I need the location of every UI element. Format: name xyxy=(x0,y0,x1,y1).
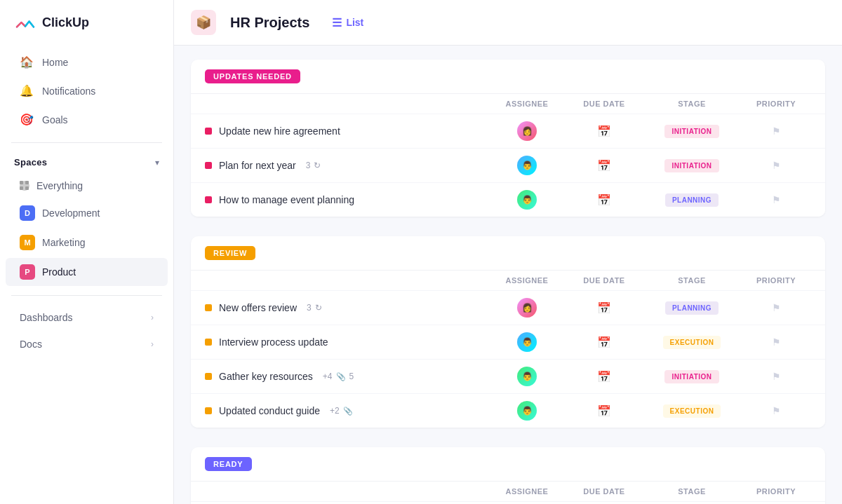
sidebar-item-docs[interactable]: Docs › xyxy=(6,332,168,357)
sidebar-item-everything[interactable]: Everything xyxy=(6,174,168,198)
task-label: Updated conduct guide xyxy=(219,405,320,416)
col-duedate-ready: DUE DATE xyxy=(566,487,643,496)
task-dot-red xyxy=(205,196,212,203)
group-updates-needed: UPDATES NEEDED ASSIGNEE DUE DATE STAGE P… xyxy=(191,60,825,217)
stage-badge: EXECUTION xyxy=(663,404,721,418)
task-row[interactable]: How to manage event planning 👨 📅 PLANNIN… xyxy=(191,182,825,217)
assignee-cell: 👨 xyxy=(488,367,566,386)
product-badge-icon: P xyxy=(20,264,35,280)
page-icon: 📦 xyxy=(191,10,216,35)
stage-badge: INITIATION xyxy=(664,125,719,138)
flag-icon: ⚑ xyxy=(772,125,781,137)
logo[interactable]: ClickUp xyxy=(0,11,173,48)
sidebar-item-product[interactable]: P Product xyxy=(6,258,168,286)
group-review: REVIEW ASSIGNEE DUE DATE STAGE PRIORITY … xyxy=(191,236,825,428)
calendar-icon: 📅 xyxy=(597,404,611,418)
col-duedate-r: DUE DATE xyxy=(566,276,643,285)
task-row[interactable]: New contractor agreement 👩 📅 PLANNING ⚑ xyxy=(191,501,825,504)
due-date-cell: 📅 xyxy=(566,336,643,349)
task-label: Update new hire agreement xyxy=(219,125,340,137)
calendar-icon: 📅 xyxy=(597,301,611,315)
sidebar-item-notifications[interactable]: 🔔 Notifications xyxy=(6,77,168,104)
task-row[interactable]: Gather key resources +4 📎 5 👨 📅 xyxy=(191,359,825,393)
col-priority-ready: PRIORITY xyxy=(741,487,811,496)
flag-icon: ⚑ xyxy=(772,336,781,348)
task-row[interactable]: Interview process update 👨 📅 EXECUTION ⚑ xyxy=(191,325,825,359)
due-date-cell: 📅 xyxy=(566,404,643,418)
updates-needed-badge: UPDATES NEEDED xyxy=(205,69,300,83)
sidebar-item-marketing[interactable]: M Marketing xyxy=(6,229,168,257)
stage-cell: EXECUTION xyxy=(643,336,741,349)
priority-cell: ⚑ xyxy=(741,125,811,137)
sidebar-item-dashboards[interactable]: Dashboards › xyxy=(6,305,168,330)
task-dot-red xyxy=(205,128,212,135)
sidebar-divider-2 xyxy=(11,295,162,296)
sidebar-item-dashboards-label: Dashboards xyxy=(20,312,73,323)
sidebar-item-goals-label: Goals xyxy=(42,114,68,125)
sidebar-item-development[interactable]: D Development xyxy=(6,199,168,227)
avatar: 👨 xyxy=(517,332,537,352)
calendar-icon: 📅 xyxy=(597,336,611,349)
page-title: HR Projects xyxy=(230,15,309,31)
spaces-section-header[interactable]: Spaces ▾ xyxy=(0,151,173,173)
task-meta: +4 📎 5 xyxy=(323,372,354,381)
marketing-badge-icon: M xyxy=(20,235,35,250)
task-label: Plan for next year xyxy=(219,160,296,171)
col-task-name-review xyxy=(205,276,488,285)
priority-cell: ⚑ xyxy=(741,336,811,348)
task-name: New offers review 3 ↻ xyxy=(205,302,488,313)
flag-icon: ⚑ xyxy=(772,160,781,171)
chevron-right-icon: › xyxy=(151,313,154,322)
col-priority-r: PRIORITY xyxy=(741,276,811,285)
assignee-cell: 👩 xyxy=(488,121,566,141)
refresh-icon: ↻ xyxy=(314,161,321,170)
sidebar-item-product-label: Product xyxy=(42,266,76,278)
sidebar-item-goals[interactable]: 🎯 Goals xyxy=(6,106,168,133)
assignee-cell: 👨 xyxy=(488,156,566,175)
clickup-logo-icon xyxy=(14,11,36,34)
avatar: 👨 xyxy=(517,190,537,210)
col-priority-0: PRIORITY xyxy=(741,100,811,108)
extra-label: +2 xyxy=(330,406,340,416)
sidebar-item-development-label: Development xyxy=(42,207,100,219)
col-stage-ready: STAGE xyxy=(643,487,741,496)
priority-cell: ⚑ xyxy=(741,302,811,313)
task-dot-yellow xyxy=(205,373,212,380)
assignee-cell: 👨 xyxy=(488,401,566,421)
table-header-updates: ASSIGNEE DUE DATE STAGE PRIORITY xyxy=(191,94,825,114)
ready-badge: READY xyxy=(205,457,252,471)
sidebar-item-home[interactable]: 🏠 Home xyxy=(6,48,168,76)
col-duedate-0: DUE DATE xyxy=(566,100,643,108)
refresh-icon: ↻ xyxy=(315,303,322,313)
task-row[interactable]: Updated conduct guide +2 📎 👨 📅 EXECUTION xyxy=(191,393,825,428)
stage-cell: INITIATION xyxy=(643,159,741,172)
spaces-label: Spaces xyxy=(14,157,47,168)
task-name: Update new hire agreement xyxy=(205,125,488,137)
home-icon: 🏠 xyxy=(20,55,34,69)
due-date-cell: 📅 xyxy=(566,159,643,172)
task-name: Updated conduct guide +2 📎 xyxy=(205,405,488,416)
task-row[interactable]: Update new hire agreement 👩 📅 INITIATION… xyxy=(191,114,825,148)
main-content: 📦 HR Projects ☰ List UPDATES NEEDED ASSI… xyxy=(174,0,842,504)
stage-badge: EXECUTION xyxy=(663,336,721,349)
col-assignee-0: ASSIGNEE xyxy=(488,100,566,108)
group-ready-header: READY xyxy=(191,447,825,482)
stage-cell: PLANNING xyxy=(643,193,741,207)
attach-count: 5 xyxy=(349,372,354,381)
task-row[interactable]: Plan for next year 3 ↻ 👨 📅 INITIATION xyxy=(191,148,825,182)
view-label: List xyxy=(346,17,363,28)
col-task-name xyxy=(205,100,488,108)
count-label: 3 xyxy=(306,161,311,170)
task-label: How to manage event planning xyxy=(219,194,354,205)
priority-cell: ⚑ xyxy=(741,371,811,382)
list-view-icon: ☰ xyxy=(332,16,342,29)
view-switcher[interactable]: ☰ List xyxy=(323,12,372,34)
attach-icon: 📎 xyxy=(336,372,346,381)
task-row[interactable]: New offers review 3 ↻ 👩 📅 PLANNING xyxy=(191,290,825,325)
flag-icon: ⚑ xyxy=(772,405,781,416)
sidebar-item-everything-label: Everything xyxy=(36,180,83,191)
review-badge: REVIEW xyxy=(205,246,255,260)
sidebar-divider xyxy=(11,142,162,143)
task-meta: 3 ↻ xyxy=(306,161,321,170)
content-area: UPDATES NEEDED ASSIGNEE DUE DATE STAGE P… xyxy=(174,46,842,504)
